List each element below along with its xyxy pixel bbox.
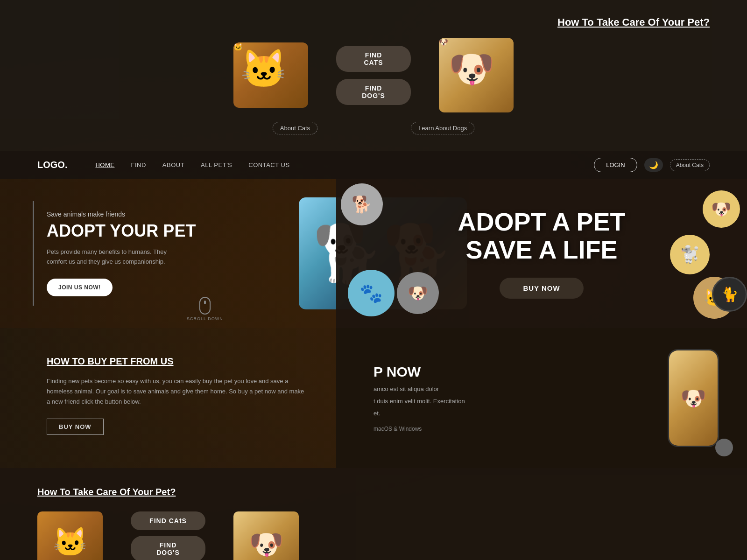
scroll-down[interactable]: SCROLL DOWN	[187, 297, 223, 321]
pet-circle-2: 🐶	[703, 190, 740, 228]
logo: LOGO.	[37, 160, 67, 170]
login-button[interactable]: LOGIN	[594, 158, 637, 172]
how-app-section: HOW TO BUY PET FROM US Finding new pets …	[0, 328, 747, 468]
dog-emoji: 🐶	[439, 38, 448, 46]
care-cat-photo: 🐱	[37, 511, 103, 560]
find-buttons: FIND CATS FIND DOG'S	[336, 46, 411, 105]
app-title: P NOW	[374, 364, 719, 380]
pet-care-link[interactable]: How To Take Care Of Your Pet?	[557, 16, 710, 28]
pet-circle-4: 🐾	[348, 270, 395, 316]
top-content: 🐱 FIND CATS FIND DOG'S 🐶	[0, 33, 747, 122]
how-title: HOW TO BUY PET FROM US	[47, 356, 308, 367]
hero-subtitle: Save animals make friends	[47, 210, 271, 218]
pet-care-header: How To Take Care Of Your Pet?	[0, 9, 747, 33]
app-section: P NOW amco est sit aliqua dolor t duis e…	[336, 328, 747, 468]
hero-section: Save animals make friends ADOPT YOUR PET…	[0, 179, 747, 328]
nav-right: LOGIN 🌙 About Cats	[594, 158, 710, 172]
cat-emoji: 🐱	[233, 43, 243, 51]
app-platform: macOS & Windows	[374, 426, 719, 432]
nav-links: HOME FIND ABOUT ALL PET'S CONTACT US	[95, 161, 575, 168]
care-find-dogs-button[interactable]: FIND DOG'S	[131, 536, 205, 560]
find-cats-button[interactable]: FIND CATS	[336, 46, 411, 72]
care-find-cats-button[interactable]: FIND CAtS	[131, 511, 205, 530]
adopt-title: ADOPT A PET SAVE A LIFE	[458, 208, 625, 264]
care-dog-emoji: 🐶	[249, 528, 284, 560]
care-cat-emoji: 🐱	[53, 525, 88, 559]
nav-about[interactable]: ABOUT	[162, 161, 184, 168]
phone-mockup: 🐶	[668, 349, 719, 447]
how-to-buy: HOW TO BUY PET FROM US Finding new pets …	[0, 328, 747, 468]
nav-home[interactable]: HOME	[95, 161, 114, 168]
how-left: HOW TO BUY PET FROM US Finding new pets …	[0, 328, 336, 468]
care-title: How To Take Care Of Your Pet?	[37, 487, 176, 497]
hero-title: ADOPT YOUR PET	[47, 222, 271, 240]
how-description: Finding new pets become so easy with us,…	[47, 376, 308, 407]
dog-photo-top: 🐶	[439, 38, 514, 112]
adopt-buy-button[interactable]: BUY NOW	[500, 278, 583, 299]
hero-description: Pets provide many benefits to humans. Th…	[47, 247, 177, 267]
navbar: LOGO. HOME FIND ABOUT ALL PET'S CONTACT …	[0, 151, 747, 179]
top-section: How To Take Care Of Your Pet? 🐱 FIND CAT…	[0, 0, 747, 151]
scroll-ball[interactable]	[715, 439, 733, 456]
app-desc-1: amco est sit aliqua dolor	[374, 385, 719, 394]
care-dog-photo: 🐶	[233, 511, 299, 560]
care-section: How To Take Care Of Your Pet? 🐱 FIND CAt…	[0, 468, 747, 560]
hero-left: Save animals make friends ADOPT YOUR PET…	[0, 182, 299, 324]
about-cats-badge[interactable]: About Cats	[670, 159, 710, 171]
cat-photo-top: 🐱	[233, 42, 308, 108]
care-buttons: FIND CAtS FIND DOG'S	[131, 511, 205, 560]
adopt-section: 🐕 🐶 🐩 🐾 🐶 🐱 🐈 ADOPT A PET SAVE A LIFE BU…	[336, 179, 747, 328]
app-desc-2: t duis enim velit molit. Exercitation	[374, 397, 719, 406]
join-button[interactable]: JOIN US NOW!	[47, 279, 113, 296]
hero-adopt-section: Save animals make friends ADOPT YOUR PET…	[0, 179, 747, 328]
how-buy-button[interactable]: BUY NOW	[47, 419, 104, 435]
pet-circle-3: 🐩	[670, 235, 710, 274]
nav-all-pets[interactable]: ALL PET'S	[201, 161, 232, 168]
scroll-icon	[199, 297, 211, 315]
learn-dogs-link[interactable]: Learn About Dogs	[411, 122, 474, 134]
nav-find[interactable]: FIND	[131, 161, 146, 168]
app-desc-3: et.	[374, 409, 719, 419]
find-dogs-button[interactable]: FIND DOG'S	[336, 79, 411, 105]
phone-screen: 🐶	[669, 350, 718, 446]
scroll-text: SCROLL DOWN	[187, 316, 223, 321]
pet-circle-5: 🐶	[397, 272, 439, 314]
nav-contact[interactable]: CONTACT US	[248, 161, 289, 168]
care-content: 🐱 FIND CAtS FIND DOG'S 🐶	[37, 511, 710, 560]
pet-circle-1: 🐕	[341, 183, 383, 225]
dark-mode-toggle[interactable]: 🌙	[644, 158, 663, 172]
about-cats-link[interactable]: About Cats	[273, 122, 317, 134]
pet-circle-7: 🐈	[712, 277, 747, 312]
